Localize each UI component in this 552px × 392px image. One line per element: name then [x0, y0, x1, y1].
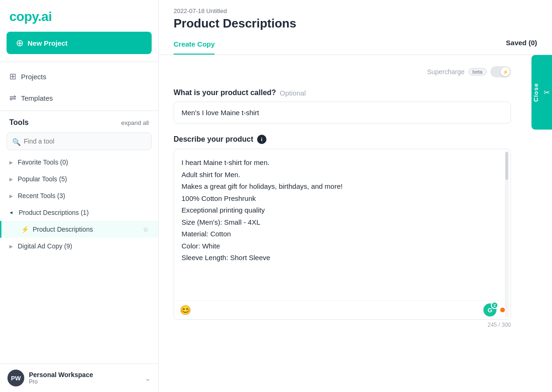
new-project-button[interactable]: ⊕ New Project: [7, 32, 152, 54]
tool-item-product-descriptions[interactable]: ⚡ Product Descriptions ☆: [0, 221, 158, 238]
section-divider: [0, 110, 158, 111]
plus-icon: ⊕: [16, 37, 24, 48]
tab-create-copy[interactable]: Create Copy: [174, 36, 215, 55]
category-product-descriptions[interactable]: ▼ Product Descriptions (1): [0, 204, 158, 221]
close-panel-button[interactable]: ✂ Close: [531, 55, 552, 130]
search-input[interactable]: [7, 132, 152, 150]
sidebar: copy.ai ⊕ New Project ⊞ Projects ⇌ Templ…: [0, 0, 159, 392]
product-name-section: What is your product called? Optional: [174, 89, 537, 124]
tools-list: ▶ Favorite Tools (0) ▶ Popular Tools (5)…: [0, 154, 158, 364]
scissors-icon: ✂: [542, 88, 551, 97]
workspace-name: Personal Workspace: [29, 371, 93, 378]
chevron-icon[interactable]: ⌄: [145, 374, 151, 383]
arrow-icon: ▶: [9, 193, 13, 199]
scrollbar-thumb: [505, 152, 508, 180]
supercharge-label: Supercharge: [427, 68, 464, 76]
logo: copy.ai: [9, 9, 149, 24]
sidebar-bottom: PW Personal Workspace Pro ⌄: [0, 364, 158, 392]
workspace-info: PW Personal Workspace Pro: [7, 370, 93, 386]
char-count: 245 / 300: [174, 322, 537, 328]
product-desc-section: Describe your product i 😊 G 2: [174, 135, 537, 328]
arrow-icon: ▶: [9, 160, 13, 165]
tools-header: Tools expand all: [0, 113, 158, 131]
product-name-label: What is your product called? Optional: [174, 89, 537, 97]
content-area: ✂ Close Supercharge beta ⚡ What is your …: [159, 55, 552, 392]
beta-badge: beta: [468, 68, 487, 76]
product-name-input[interactable]: [174, 102, 511, 124]
logo-area: copy.ai: [0, 0, 158, 32]
product-desc-label: Describe your product i: [174, 135, 537, 144]
star-icon[interactable]: ☆: [143, 226, 149, 233]
supercharge-toggle[interactable]: ⚡: [490, 66, 511, 77]
scrollbar-track: [505, 151, 509, 317]
divider: [0, 62, 158, 62]
lightning-icon: ⚡: [21, 226, 29, 233]
grammarly-badge: 2: [491, 302, 498, 309]
breadcrumb: 2022-07-18 Untitled: [174, 7, 537, 14]
category-popular-tools[interactable]: ▶ Popular Tools (5): [0, 171, 158, 187]
grammarly-icon[interactable]: G 2: [483, 303, 496, 316]
share-icon: ⇌: [9, 93, 16, 103]
expand-all-button[interactable]: expand all: [121, 119, 149, 126]
product-desc-textarea[interactable]: [174, 149, 510, 298]
textarea-footer: 😊 G 2: [174, 300, 510, 319]
saved-count[interactable]: Saved (0): [506, 39, 537, 52]
textarea-wrap: 😊 G 2: [174, 149, 511, 320]
avatar: PW: [7, 370, 24, 386]
sidebar-item-projects[interactable]: ⊞ Projects: [0, 66, 158, 87]
search-container: 🔍: [0, 131, 158, 154]
optional-label: Optional: [280, 89, 306, 97]
category-digital-ad-copy[interactable]: ▶ Digital Ad Copy (9): [0, 238, 158, 254]
workspace-text: Personal Workspace Pro: [29, 371, 93, 385]
category-recent-tools[interactable]: ▶ Recent Tools (3): [0, 187, 158, 204]
category-favorite-tools[interactable]: ▶ Favorite Tools (0): [0, 154, 158, 171]
tab-bar: Create Copy Saved (0): [174, 36, 537, 55]
toggle-knob: ⚡: [501, 67, 510, 76]
main-content: 2022-07-18 Untitled Product Descriptions…: [159, 0, 552, 392]
arrow-icon: ▼: [9, 210, 14, 215]
grid-icon: ⊞: [9, 71, 16, 82]
orange-dot-indicator: [500, 308, 505, 312]
arrow-icon: ▶: [9, 177, 13, 182]
supercharge-row: Supercharge beta ⚡: [174, 66, 537, 77]
sidebar-item-templates[interactable]: ⇌ Templates: [0, 87, 158, 109]
emoji-icon[interactable]: 😊: [180, 304, 191, 316]
arrow-icon: ▶: [9, 244, 13, 249]
main-header: 2022-07-18 Untitled Product Descriptions…: [159, 0, 552, 55]
info-icon: i: [257, 135, 266, 144]
tools-title: Tools: [9, 118, 28, 127]
page-title: Product Descriptions: [174, 16, 537, 31]
workspace-plan: Pro: [29, 378, 93, 385]
